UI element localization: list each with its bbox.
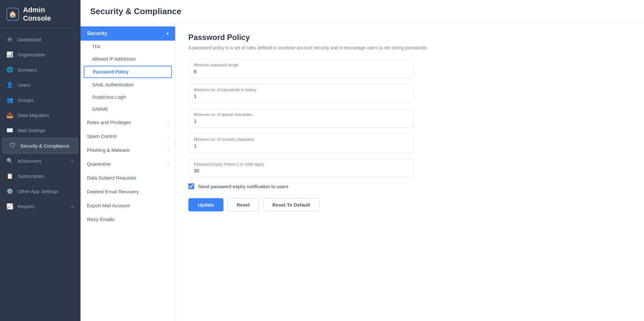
security-compliance-icon: 🛡: [9, 142, 16, 149]
sidebar-item-groups[interactable]: 👥 Groups: [0, 92, 80, 108]
reset-to-default-button[interactable]: Reset To Default: [263, 198, 319, 211]
chevron-right-icon: ›: [167, 148, 169, 152]
form-field-label-min-numeric-chars: Minimum no. of numeric characters: [194, 137, 408, 142]
detail-panel: Password Policy A password policy is a s…: [175, 23, 644, 321]
checkbox-row: Send password expiry notification to use…: [188, 183, 631, 189]
sidebar-item-dashboard[interactable]: ⊞ Dashboard: [0, 32, 80, 47]
sub-nav-item-spam-control[interactable]: Spam Control ›: [80, 129, 175, 143]
form-field-min-password-length[interactable]: Minimum password length 8: [188, 59, 414, 78]
chevron-right-icon: ›: [167, 161, 169, 166]
content-area: Security ▾ TFAAllowed IP AddressesPasswo…: [80, 23, 644, 321]
sub-nav-child-tfa[interactable]: TFA: [80, 41, 175, 53]
sub-nav-item-data-subject-requests[interactable]: Data Subject Requests: [80, 171, 175, 185]
sidebar-item-label: Other App Settings: [18, 189, 58, 194]
sidebar-item-label: Dashboard: [17, 37, 41, 42]
sub-nav-section-label: Security: [87, 31, 107, 36]
ediscovery-icon: 🔍: [6, 158, 13, 164]
sidebar-item-label: Users: [18, 82, 30, 88]
sub-nav-section-security[interactable]: Security ▾: [80, 26, 175, 41]
detail-description: A password policy is a set of rules defi…: [188, 45, 430, 50]
chevron-right-icon: ›: [167, 134, 169, 139]
domains-icon: 🌐: [6, 66, 13, 73]
sidebar-item-data-migration[interactable]: 📥 Data Migration: [0, 108, 80, 123]
sidebar: 🏠 Admin Console ⊞ Dashboard 📊 Organizati…: [0, 0, 80, 321]
update-button[interactable]: Update: [188, 198, 223, 211]
sub-nav-item-retry-emails[interactable]: Retry Emails: [80, 212, 175, 226]
sidebar-item-label: Subscription: [18, 173, 44, 179]
sub-nav-child-suspicious-login[interactable]: Suspicious Login: [80, 91, 175, 103]
sidebar-nav: ⊞ Dashboard 📊 Organization 🌐 Domains 👤 U…: [0, 29, 80, 321]
sidebar-item-users[interactable]: 👤 Users: [0, 77, 80, 92]
top-header: Security & Compliance: [80, 0, 644, 23]
sub-nav-item-label: Data Subject Requests: [87, 175, 136, 180]
send-expiry-notification-label: Send password expiry notification to use…: [198, 184, 289, 189]
app-title: Admin Console: [23, 6, 74, 23]
sub-nav-item-deleted-email-recovery[interactable]: Deleted Email Recovery: [80, 185, 175, 199]
sidebar-item-label: eDiscovery: [18, 158, 42, 164]
reports-icon: 📈: [6, 203, 13, 210]
form-field-min-special-chars[interactable]: Minimum no. of special characters 1: [188, 109, 414, 128]
dashboard-icon: ⊞: [6, 36, 13, 43]
sub-nav-item-label: Deleted Email Recovery: [87, 189, 139, 194]
groups-icon: 👥: [6, 97, 13, 103]
send-expiry-notification-checkbox[interactable]: [188, 183, 194, 189]
sub-nav-children-security: TFAAllowed IP AddressesPassword PolicySA…: [80, 41, 175, 115]
detail-title: Password Policy: [188, 33, 631, 42]
sub-nav-item-label: Spam Control: [87, 133, 117, 139]
form-fields: Minimum password length 8 Minimum no. of…: [188, 59, 631, 178]
other-app-settings-icon: ⚙️: [6, 188, 13, 195]
form-field-label-min-password-length: Minimum password length: [194, 63, 408, 67]
sidebar-item-other-app-settings[interactable]: ⚙️ Other App Settings: [0, 184, 80, 199]
sidebar-item-label: Data Migration: [18, 112, 49, 118]
button-row: UpdateResetReset To Default: [188, 198, 631, 211]
sub-nav-item-label: Export Mail Account: [87, 203, 130, 208]
sub-nav-item-export-mail-account[interactable]: Export Mail Account: [80, 199, 175, 212]
form-field-value-min-password-length: 8: [194, 69, 408, 74]
form-field-value-min-special-chars: 1: [194, 118, 408, 124]
form-field-min-numeric-chars[interactable]: Minimum no. of numeric characters 1: [188, 134, 414, 153]
reset-button[interactable]: Reset: [227, 198, 259, 211]
form-field-password-expiry[interactable]: Password Expiry Period (1 to 1000 days) …: [188, 159, 414, 178]
app-logo-icon: 🏠: [6, 8, 19, 21]
sub-nav-item-quarantine[interactable]: Quarantine ›: [80, 157, 175, 171]
form-field-value-min-passwords-history: 1: [194, 93, 408, 99]
form-field-value-password-expiry: 30: [194, 168, 408, 173]
sub-nav-item-label: Phishing & Malware: [87, 147, 130, 153]
sidebar-item-security-compliance[interactable]: 🛡 Security & Compliance: [3, 138, 78, 153]
sidebar-item-label: Groups: [18, 97, 33, 103]
mail-settings-icon: ✉️: [6, 127, 13, 134]
data-migration-icon: 📥: [6, 112, 13, 119]
sidebar-item-label: Organization: [18, 52, 45, 57]
sub-nav-child-saml[interactable]: SAML Authentication: [80, 79, 175, 91]
external-link-icon: ⧉: [71, 159, 74, 163]
chevron-right-icon: ›: [167, 120, 169, 125]
subscription-icon: 📋: [6, 173, 13, 180]
sub-nav-item-label: Quarantine: [87, 161, 111, 167]
form-field-label-min-special-chars: Minimum no. of special characters: [194, 112, 408, 117]
sidebar-item-subscription[interactable]: 📋 Subscription: [0, 169, 80, 184]
page-title: Security & Compliance: [90, 6, 634, 16]
organization-icon: 📊: [6, 51, 13, 58]
form-field-value-min-numeric-chars: 1: [194, 143, 408, 149]
sidebar-item-label: Security & Compliance: [20, 143, 69, 149]
form-field-label-min-passwords-history: Minimum no. of passwords in history: [194, 88, 408, 92]
sidebar-item-label: Reports: [18, 204, 35, 209]
sidebar-item-label: Mail Settings: [18, 128, 45, 133]
sub-nav-child-password-policy[interactable]: Password Policy: [84, 66, 172, 78]
sub-nav-item-roles-privileges[interactable]: Roles and Privileges ›: [80, 115, 175, 129]
sub-nav-child-smime[interactable]: S/MIME: [80, 103, 175, 115]
form-field-label-password-expiry: Password Expiry Period (1 to 1000 days): [194, 162, 408, 167]
sidebar-item-domains[interactable]: 🌐 Domains: [0, 62, 80, 77]
sidebar-item-organization[interactable]: 📊 Organization: [0, 47, 80, 62]
sidebar-item-reports[interactable]: 📈 Reports ⧉: [0, 199, 80, 214]
sidebar-item-mail-settings[interactable]: ✉️ Mail Settings: [0, 123, 80, 138]
external-link-icon: ⧉: [71, 204, 74, 209]
sidebar-item-ediscovery[interactable]: 🔍 eDiscovery ⧉: [0, 153, 80, 169]
sidebar-header: 🏠 Admin Console: [0, 0, 80, 29]
sub-nav-item-phishing-malware[interactable]: Phishing & Malware ›: [80, 143, 175, 157]
sub-nav-child-allowed-ip[interactable]: Allowed IP Addresses: [80, 53, 175, 65]
chevron-down-icon: ▾: [166, 31, 169, 36]
form-field-min-passwords-history[interactable]: Minimum no. of passwords in history 1: [188, 84, 414, 103]
users-icon: 👤: [6, 82, 13, 88]
sub-nav-item-label: Retry Emails: [87, 217, 114, 222]
